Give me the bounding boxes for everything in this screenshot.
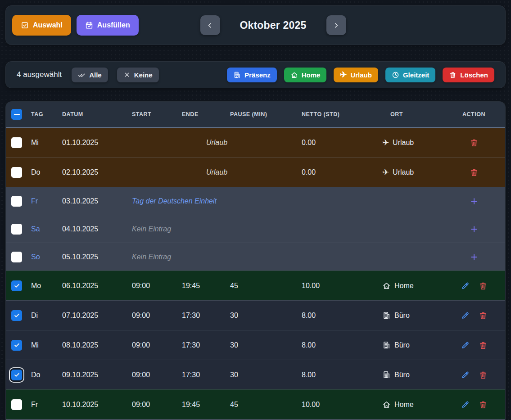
column-header-action: ACTION xyxy=(462,111,485,117)
table-row: Mo06.10.202509:0019:454510.00Home xyxy=(6,271,505,300)
start-time: 09:00 xyxy=(132,371,182,379)
edit-entry-button[interactable] xyxy=(461,311,470,320)
ausfuellen-button[interactable]: Ausfüllen xyxy=(77,15,139,36)
auswahl-button[interactable]: Auswahl xyxy=(12,15,71,36)
date-label: 10.10.2025 xyxy=(62,401,132,409)
delete-entry-button[interactable] xyxy=(479,281,488,290)
day-label: Fr xyxy=(31,401,62,409)
column-header-pause: PAUSE (MIN) xyxy=(230,111,302,117)
plane-icon: ✈ xyxy=(382,139,389,147)
row-checkbox[interactable] xyxy=(11,340,22,351)
bulk-action-buttons: PräsenzHome✈UrlaubGleitzeitLöschen xyxy=(227,68,494,82)
netto-hours: 0.00 xyxy=(302,168,390,176)
add-entry-button[interactable] xyxy=(469,252,479,262)
loeschen-button[interactable]: Löschen xyxy=(443,68,494,82)
next-month-button[interactable] xyxy=(326,15,346,35)
row-actions xyxy=(443,196,505,206)
double-check-icon xyxy=(78,71,86,79)
row-actions xyxy=(443,252,505,262)
day-label: Do xyxy=(31,371,62,379)
row-checkbox[interactable] xyxy=(11,137,22,148)
plane-icon: ✈ xyxy=(340,71,347,79)
day-label: Di xyxy=(31,312,62,320)
day-label: So xyxy=(31,253,62,261)
row-checkbox[interactable] xyxy=(11,310,22,321)
delete-entry-button[interactable] xyxy=(479,311,488,320)
urlaub-button[interactable]: ✈Urlaub xyxy=(334,68,378,82)
pause-minutes: 45 xyxy=(230,282,302,290)
building-icon xyxy=(382,341,391,349)
table-row: Mi01.10.2025Urlaub0.00✈Urlaub xyxy=(6,128,505,157)
time-entries-table: TAG DATUM START ENDE PAUSE (MIN) NETTO (… xyxy=(5,101,506,420)
toolbar-card: Auswahl Ausfüllen Oktober 2025 xyxy=(5,5,506,45)
edit-entry-button[interactable] xyxy=(461,400,470,409)
start-time: 09:00 xyxy=(132,401,182,409)
home-button[interactable]: Home xyxy=(284,68,327,82)
row-checkbox[interactable] xyxy=(11,399,22,410)
day-label: Mi xyxy=(31,139,62,147)
row-note: Urlaub xyxy=(132,168,302,176)
edit-entry-button[interactable] xyxy=(461,281,470,290)
checkbox-icon xyxy=(21,21,29,29)
select-all-label: Alle xyxy=(89,71,102,79)
row-checkbox[interactable] xyxy=(11,252,22,262)
row-actions xyxy=(443,400,505,409)
delete-entry-button[interactable] xyxy=(479,400,488,409)
add-entry-button[interactable] xyxy=(469,224,479,234)
column-header-datum: DATUM xyxy=(62,111,132,117)
location-label: Büro xyxy=(382,370,443,379)
clock-icon xyxy=(392,71,399,79)
column-header-ende: ENDE xyxy=(182,111,230,117)
row-checkbox[interactable] xyxy=(11,224,22,235)
location-label: Büro xyxy=(382,341,443,349)
table-row: Do09.10.202509:0017:30308.00Büro xyxy=(6,360,505,389)
day-label: Do xyxy=(31,168,62,176)
select-all-checkbox[interactable] xyxy=(11,109,22,120)
row-note: Tag der Deutschen Einheit xyxy=(132,197,302,205)
row-checkbox[interactable] xyxy=(11,370,22,380)
edit-entry-button[interactable] xyxy=(461,341,470,350)
delete-entry-button[interactable] xyxy=(479,370,488,379)
row-note: Kein Eintrag xyxy=(132,225,302,233)
calendar-icon xyxy=(85,21,93,29)
edit-entry-button[interactable] xyxy=(461,370,470,379)
row-note: Urlaub xyxy=(132,139,302,147)
column-header-tag: TAG xyxy=(31,111,62,117)
row-checkbox[interactable] xyxy=(11,167,22,178)
row-actions xyxy=(443,341,505,350)
start-time: 09:00 xyxy=(132,282,182,290)
select-all-button[interactable]: Alle xyxy=(72,68,108,82)
table-row: Di07.10.202509:0017:30308.00Büro xyxy=(6,300,505,330)
ausfuellen-button-label: Ausfüllen xyxy=(97,21,130,29)
praesenz-button[interactable]: Präsenz xyxy=(227,68,277,82)
end-time: 19:45 xyxy=(182,282,230,290)
location-label: Büro xyxy=(382,311,443,320)
table-row: Fr03.10.2025Tag der Deutschen Einheit xyxy=(6,187,505,215)
date-label: 05.10.2025 xyxy=(62,253,132,261)
delete-entry-button[interactable] xyxy=(470,168,479,177)
date-label: 01.10.2025 xyxy=(62,139,132,147)
date-label: 06.10.2025 xyxy=(62,282,132,290)
month-navigation: Oktober 2025 xyxy=(200,15,346,35)
netto-hours: 8.00 xyxy=(302,371,390,379)
delete-entry-button[interactable] xyxy=(479,341,488,350)
add-entry-button[interactable] xyxy=(469,196,479,206)
x-icon xyxy=(123,71,131,78)
row-checkbox[interactable] xyxy=(11,196,22,207)
netto-hours: 10.00 xyxy=(302,282,390,290)
row-actions xyxy=(443,370,505,379)
row-actions xyxy=(443,138,505,147)
pause-minutes: 30 xyxy=(230,371,302,379)
select-none-button[interactable]: Keine xyxy=(117,68,159,82)
row-checkbox[interactable] xyxy=(11,280,22,291)
plane-icon: ✈ xyxy=(340,71,347,79)
table-row: Sa04.10.2025Kein Eintrag xyxy=(6,215,505,243)
column-header-ort: ORT xyxy=(390,111,443,117)
previous-month-button[interactable] xyxy=(200,15,220,35)
pause-minutes: 30 xyxy=(230,341,302,349)
pause-minutes: 45 xyxy=(230,401,302,409)
day-label: Mi xyxy=(31,341,62,349)
delete-entry-button[interactable] xyxy=(470,138,479,147)
gleitzeit-button[interactable]: Gleitzeit xyxy=(385,68,435,82)
start-time: 09:00 xyxy=(132,312,182,320)
